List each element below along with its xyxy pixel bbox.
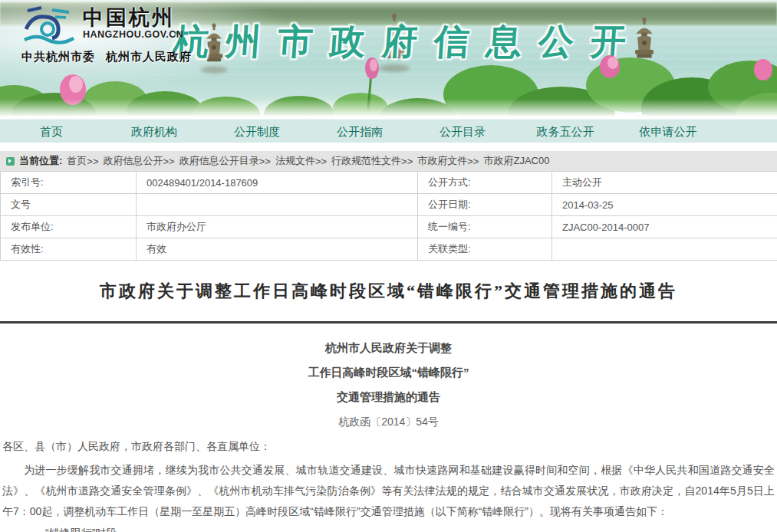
breadcrumb-item-current: 市政府ZJAC00	[483, 154, 549, 168]
breadcrumb-item-city-gov-docs[interactable]: 市政府文件	[417, 154, 467, 168]
breadcrumb-separator: >>	[401, 156, 413, 167]
main-nav: 首页 政府机构 公开制度 公开指南 公开目录 政务五公开 依申请公开	[0, 119, 777, 143]
breadcrumb-separator: >>	[163, 156, 175, 167]
breadcrumb-item-home[interactable]: 首页	[67, 154, 87, 168]
site-logo[interactable]: 中国杭州 HANGZHOU.GOV.CN 中共杭州市委杭州市人民政府	[21, 6, 252, 64]
breadcrumb-item-regulations[interactable]: 法规文件	[275, 154, 315, 168]
document-body: 杭州市人民政府关于调整 工作日高峰时段区域“错峰限行” 交通管理措施的通告 杭政…	[0, 323, 777, 532]
table-row: 索引号: 002489401/2014-187609 公开方式: 主动公开	[1, 172, 777, 194]
breadcrumb: 当前位置: 首页>> 政府信息公开>> 政府信息公开目录>> 法规文件>> 行政…	[0, 151, 777, 171]
meta-value: 有效	[137, 238, 418, 261]
site-banner: 杭州市政府信息公开	[0, 0, 777, 119]
breadcrumb-separator: >>	[259, 156, 271, 167]
meta-label: 有效性:	[1, 238, 137, 261]
meta-value: 主动公开	[552, 172, 777, 194]
nav-item-home[interactable]: 首页	[0, 120, 103, 143]
table-row: 发布单位: 市政府办公厅 统一编号: ZJAC00-2014-0007	[1, 216, 777, 238]
document-meta-table: 索引号: 002489401/2014-187609 公开方式: 主动公开 文号…	[0, 171, 777, 261]
meta-label: 索引号:	[1, 172, 137, 194]
doc-paragraph: 为进一步缓解我市交通拥堵，继续为我市公共交通发展、城市轨道交通建设、城市快速路网…	[2, 460, 775, 522]
meta-label: 公开日期:	[418, 194, 552, 216]
nav-item-disclosure-on-request[interactable]: 依申请公开	[617, 120, 719, 143]
doc-heading-line: 杭州市人民政府关于调整	[2, 336, 775, 360]
meta-label: 发布单位:	[1, 216, 137, 238]
nav-item-five-disclosures[interactable]: 政务五公开	[514, 120, 617, 143]
hangzhou-emblem-icon	[21, 6, 77, 46]
breadcrumb-item-normative-docs[interactable]: 行政规范性文件	[331, 154, 401, 168]
meta-value: 市政府办公厅	[137, 216, 418, 238]
org-government: 杭州市人民政府	[106, 50, 192, 63]
breadcrumb-separator: >>	[315, 156, 327, 167]
breadcrumb-separator: >>	[87, 156, 98, 167]
meta-label: 文号	[1, 194, 137, 216]
nav-item-disclosure-guide[interactable]: 公开指南	[308, 120, 411, 143]
table-row: 文号 公开日期: 2014-03-25	[1, 194, 777, 216]
page: 杭州市政府信息公开	[0, 0, 777, 532]
title-section: 市政府关于调整工作日高峰时段区域“错峰限行”交通管理措施的通告	[0, 261, 777, 321]
location-arrow-icon	[6, 157, 15, 166]
doc-section-title: 一、“错峰限行”时段	[2, 523, 775, 532]
site-name: 中国杭州	[83, 6, 183, 29]
breadcrumb-item-info-disclosure[interactable]: 政府信息公开	[104, 154, 163, 168]
banner-fade	[0, 99, 777, 119]
meta-label: 公开方式:	[418, 172, 552, 194]
meta-label: 统一编号:	[418, 216, 552, 238]
nav-item-disclosure-system[interactable]: 公开制度	[206, 120, 308, 143]
site-url: HANGZHOU.GOV.CN	[83, 29, 183, 40]
page-title: 市政府关于调整工作日高峰时段区域“错峰限行”交通管理措施的通告	[100, 280, 677, 303]
meta-value: 002489401/2014-187609	[137, 172, 418, 194]
doc-salutation: 各区、县（市）人民政府，市政府各部门、各直属单位：	[2, 436, 775, 457]
breadcrumb-item-catalog[interactable]: 政府信息公开目录	[179, 154, 259, 168]
doc-number: 杭政函〔2014〕54号	[2, 411, 775, 432]
breadcrumb-label: 当前位置:	[19, 154, 62, 168]
spacer	[0, 143, 777, 151]
org-party: 中共杭州市委	[21, 50, 95, 63]
meta-value	[552, 238, 777, 261]
table-row: 有效性: 有效 关联类型:	[1, 238, 777, 261]
nav-item-gov-agencies[interactable]: 政府机构	[103, 120, 206, 143]
meta-value: ZJAC00-2014-0007	[552, 216, 777, 238]
meta-value: 2014-03-25	[552, 194, 777, 216]
meta-value	[137, 194, 418, 216]
meta-label: 关联类型:	[418, 238, 552, 261]
nav-item-disclosure-catalog[interactable]: 公开目录	[411, 120, 514, 143]
org-names: 中共杭州市委杭州市人民政府	[21, 50, 252, 64]
breadcrumb-separator: >>	[467, 156, 479, 167]
doc-heading-line: 交通管理措施的通告	[2, 385, 775, 409]
doc-heading-line: 工作日高峰时段区域“错峰限行”	[2, 360, 775, 385]
